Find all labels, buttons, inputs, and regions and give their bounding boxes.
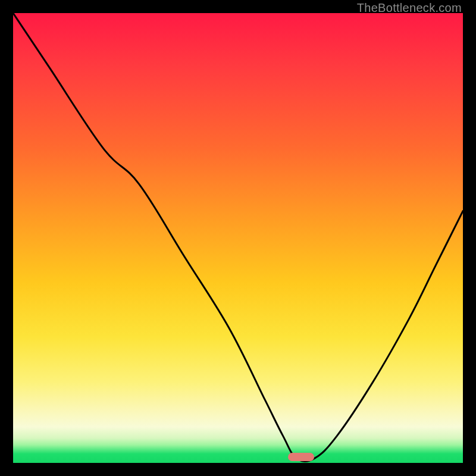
curve-svg bbox=[13, 13, 463, 463]
chart-frame: TheBottleneck.com bbox=[0, 0, 476, 476]
bottleneck-curve-path bbox=[13, 13, 463, 462]
optimal-marker bbox=[288, 453, 314, 461]
plot-area bbox=[13, 13, 463, 463]
